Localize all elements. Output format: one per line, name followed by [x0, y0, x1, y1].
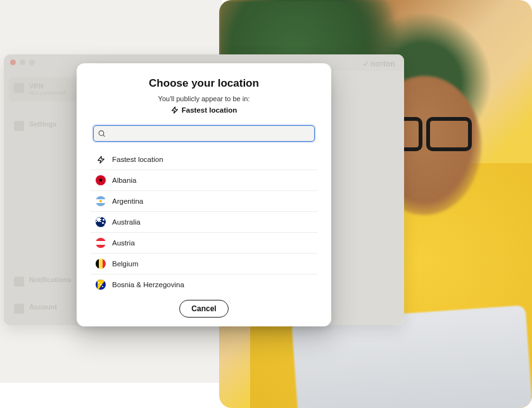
- location-row[interactable]: Albania: [91, 170, 317, 191]
- location-search-input[interactable]: [93, 125, 315, 142]
- location-search: [93, 125, 315, 142]
- location-name: Belgium: [112, 260, 139, 268]
- window-minimize-button[interactable]: [20, 59, 25, 65]
- bell-icon: [14, 276, 24, 287]
- location-row[interactable]: Bosnia & Herzegovina: [91, 275, 317, 294]
- location-row[interactable]: Austria: [91, 233, 317, 254]
- sidebar-item-account[interactable]: Account: [9, 298, 87, 319]
- location-name: Australia: [112, 218, 141, 226]
- flag-icon-au: [96, 217, 106, 227]
- current-location: Fastest location: [91, 106, 317, 114]
- brand-check-icon: ✓: [363, 59, 369, 68]
- current-location-label: Fastest location: [182, 106, 238, 114]
- sidebar-item-label: Notifications: [29, 276, 72, 283]
- sidebar-item-label: Settings: [29, 120, 56, 128]
- window-controls: [10, 59, 35, 65]
- window-close-button[interactable]: [10, 59, 16, 65]
- search-icon: [98, 130, 106, 138]
- dialog-title: Choose your location: [91, 77, 317, 90]
- window-maximize-button[interactable]: [29, 59, 35, 65]
- choose-location-dialog: Choose your location You'll publicly app…: [77, 63, 331, 326]
- svg-point-1: [99, 131, 104, 136]
- flag-icon-be: [96, 259, 106, 269]
- flag-icon-al: [96, 175, 106, 185]
- sidebar-item-notifications[interactable]: Notifications: [9, 271, 87, 292]
- bolt-icon: [96, 154, 106, 164]
- svg-line-2: [103, 135, 104, 137]
- location-name: Argentina: [112, 197, 143, 205]
- user-icon: [14, 304, 24, 314]
- location-name: Fastest location: [112, 156, 163, 163]
- svg-marker-3: [98, 156, 104, 163]
- location-row[interactable]: Argentina: [91, 191, 317, 212]
- sidebar-item-label: Account: [29, 303, 57, 311]
- cancel-button[interactable]: Cancel: [179, 300, 229, 318]
- shield-icon: [14, 83, 24, 93]
- location-list: Fastest location Albania Argentina Austr…: [91, 149, 317, 294]
- flag-icon-ar: [96, 196, 106, 206]
- flag-icon-ba: [96, 280, 106, 290]
- location-row[interactable]: Belgium: [91, 254, 317, 275]
- sidebar-item-label: VPN: [29, 82, 66, 90]
- location-name: Albania: [112, 176, 136, 184]
- brand-logo: ✓norton: [363, 59, 395, 68]
- location-row[interactable]: Australia: [91, 212, 317, 233]
- svg-marker-0: [172, 107, 177, 113]
- brand-name: norton: [370, 59, 395, 68]
- flag-icon-at: [96, 238, 106, 248]
- sidebar-item-sublabel: Not connected: [29, 90, 66, 96]
- sidebar-item-vpn[interactable]: VPN Not connected: [9, 77, 87, 101]
- location-name: Bosnia & Herzegovina: [112, 281, 184, 288]
- location-name: Austria: [112, 239, 135, 247]
- dialog-subtitle: You'll publicly appear to be in:: [91, 95, 317, 102]
- bolt-icon: [171, 106, 179, 114]
- location-row-fastest[interactable]: Fastest location: [91, 149, 317, 170]
- gear-icon: [14, 121, 24, 131]
- sidebar-item-settings[interactable]: Settings: [9, 115, 87, 136]
